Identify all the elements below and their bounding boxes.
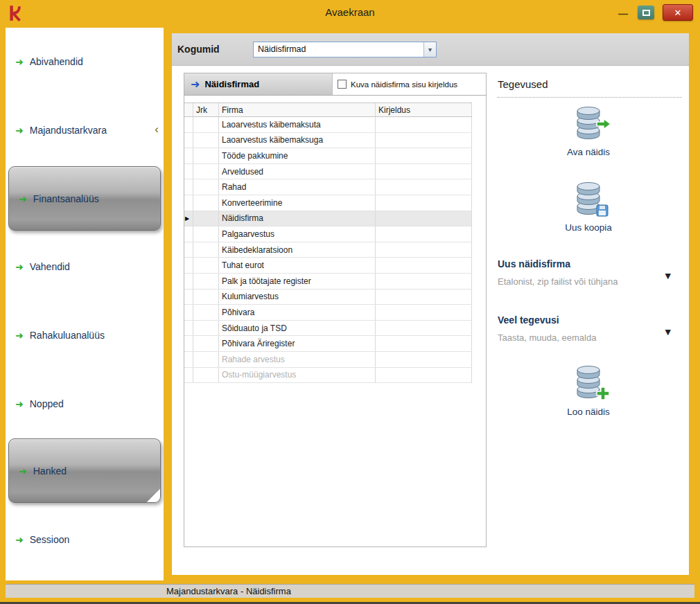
companies-panel: ➜ Näidisfirmad Kuva näidisfirma sisu kir… bbox=[184, 73, 487, 547]
open-sample-button[interactable] bbox=[567, 103, 610, 143]
minimize-button[interactable]: — bbox=[617, 6, 629, 19]
cell-jrk bbox=[193, 274, 219, 289]
table-row[interactable]: Laoarvestus käibemaksuga bbox=[184, 133, 472, 149]
collection-label: Kogumid bbox=[177, 44, 220, 55]
cell-kirjeldus bbox=[376, 242, 472, 258]
maximize-icon bbox=[642, 10, 650, 16]
cell-kirjeldus bbox=[376, 305, 472, 320]
green-arrow-icon: ➜ bbox=[19, 193, 27, 204]
table-row[interactable]: Tööde pakkumine bbox=[184, 148, 472, 164]
show-description-checkbox[interactable] bbox=[338, 80, 347, 89]
cell-jrk bbox=[193, 226, 219, 242]
sidebar-item-label: Rahakuluanalüüs bbox=[30, 330, 105, 341]
table-row[interactable]: Näidisfirma bbox=[184, 211, 472, 227]
sidebar-item-label: Abivahendid bbox=[30, 56, 83, 67]
table-row[interactable]: Rahade arvestus bbox=[184, 352, 472, 368]
table-row[interactable]: Käibedeklaratsioon bbox=[184, 242, 472, 258]
show-description-group: Kuva näidisfirma sisu kirjeldus bbox=[332, 73, 486, 95]
table-row[interactable]: Palk ja töötajate register bbox=[184, 274, 472, 290]
column-header-firma[interactable]: Firma bbox=[219, 103, 376, 116]
cell-kirjeldus bbox=[376, 336, 472, 351]
cell-kirjeldus bbox=[376, 258, 472, 273]
sidebar-item-hanked[interactable]: ➜ Hanked ‹ bbox=[8, 438, 161, 503]
table-row[interactable]: Palgaarvestus bbox=[184, 226, 472, 242]
collapse-chevron-icon: ‹ bbox=[155, 123, 159, 136]
more-actions-subtitle: Taasta, muuda, eemalda bbox=[498, 332, 596, 343]
table-row[interactable]: Laoarvestus käibemaksuta bbox=[184, 117, 472, 133]
green-arrow-icon: ➜ bbox=[19, 465, 27, 477]
row-selector-cell bbox=[184, 195, 193, 211]
more-actions-heading[interactable]: Veel tegevusi bbox=[498, 314, 559, 326]
window-controls: — ✕ bbox=[617, 3, 693, 21]
cell-jrk bbox=[193, 148, 219, 163]
sidebar-item-sessioon[interactable]: ➜ Sessioon ‹ bbox=[6, 529, 164, 550]
column-header-jrk[interactable]: Jrk bbox=[193, 103, 219, 116]
cell-kirjeldus bbox=[376, 148, 472, 163]
cell-jrk bbox=[193, 368, 219, 383]
more-actions-dropdown-icon[interactable]: ▼ bbox=[665, 328, 671, 337]
header-selector-cell bbox=[184, 103, 193, 116]
cell-kirjeldus bbox=[376, 368, 472, 383]
collection-select[interactable]: Näidisfirmad ▾ bbox=[253, 42, 437, 57]
cell-firma: Palk ja töötajate register bbox=[219, 274, 376, 289]
cell-kirjeldus bbox=[376, 195, 472, 211]
cell-jrk bbox=[193, 164, 219, 179]
panel-arrow-icon: ➜ bbox=[191, 78, 200, 91]
new-copy-button[interactable] bbox=[567, 178, 610, 218]
table-row[interactable]: Sõiduauto ja TSD bbox=[184, 321, 472, 337]
collection-bar: Kogumid Näidisfirmad ▾ bbox=[172, 33, 689, 66]
cell-firma: Näidisfirma bbox=[219, 211, 376, 226]
cell-firma: Käibedeklaratsioon bbox=[219, 242, 376, 258]
sidebar-item-vahendid[interactable]: ➜ Vahendid ‹ bbox=[6, 256, 164, 277]
table-row[interactable]: Arveldused bbox=[184, 164, 472, 180]
sidebar-item-abivahendid[interactable]: ➜ Abivahendid ‹ bbox=[6, 51, 164, 72]
new-company-heading[interactable]: Uus näidisfirma bbox=[498, 258, 570, 269]
cell-kirjeldus bbox=[376, 117, 472, 132]
column-header-kirjeldus[interactable]: Kirjeldus bbox=[376, 103, 472, 116]
table-row[interactable]: Konverteerimine bbox=[184, 195, 472, 211]
maximize-button[interactable] bbox=[638, 6, 654, 19]
table-row[interactable]: Põhivara bbox=[184, 305, 472, 321]
app-window: Avaekraan — ✕ ➜ Abivahendid ‹ ➜ Majandus… bbox=[0, 0, 700, 604]
green-arrow-icon: ➜ bbox=[15, 534, 24, 545]
table-row[interactable]: Põhivara Äriregister bbox=[184, 336, 472, 352]
cell-kirjeldus bbox=[376, 211, 472, 226]
new-company-dropdown-icon[interactable]: ▼ bbox=[665, 272, 671, 281]
table-row[interactable]: Rahad bbox=[184, 179, 472, 195]
sidebar-item-rahakuluanalüüs[interactable]: ➜ Rahakuluanalüüs ‹ bbox=[6, 325, 164, 346]
cell-kirjeldus bbox=[376, 226, 472, 242]
cell-kirjeldus bbox=[376, 321, 472, 336]
cell-kirjeldus bbox=[376, 352, 472, 367]
create-sample-label: Loo näidis bbox=[488, 407, 689, 417]
sidebar-item-label: Nopped bbox=[30, 398, 64, 409]
sidebar-item-majandustarkvara[interactable]: ➜ Majandustarkvara ‹ bbox=[6, 97, 164, 163]
row-selector-cell bbox=[184, 368, 193, 383]
combo-dropdown-icon[interactable]: ▾ bbox=[423, 42, 436, 57]
table-row[interactable]: Ostu-müügiarvestus bbox=[184, 368, 472, 384]
green-arrow-overlay-icon bbox=[596, 118, 611, 130]
close-button[interactable]: ✕ bbox=[663, 4, 693, 21]
sidebar-item-label: Sessioon bbox=[30, 534, 70, 545]
sidebar-item-nopped[interactable]: ➜ Nopped ‹ bbox=[6, 393, 164, 414]
cell-kirjeldus bbox=[376, 164, 472, 179]
cell-firma: Ostu-müügiarvestus bbox=[219, 368, 376, 383]
cell-jrk bbox=[193, 352, 219, 367]
table-row[interactable]: Tuhat eurot bbox=[184, 258, 472, 274]
cell-firma: Rahad bbox=[219, 179, 376, 195]
table-body: Laoarvestus käibemaksuta Laoarvestus käi… bbox=[184, 117, 472, 383]
sidebar-item-label: Finantsanalüüs bbox=[33, 193, 99, 204]
sidebar-item-finantsanalüüs[interactable]: ➜ Finantsanalüüs ‹ bbox=[8, 166, 161, 231]
row-selector-cell bbox=[184, 133, 193, 148]
companies-table: Jrk Firma Kirjeldus Laoarvestus käibemak… bbox=[184, 103, 472, 383]
green-arrow-icon: ➜ bbox=[15, 398, 24, 409]
row-selector-cell bbox=[184, 336, 193, 351]
new-company-subtitle: Etalonist, zip failist või tühjana bbox=[498, 276, 618, 287]
cell-firma: Tööde pakkumine bbox=[219, 148, 376, 163]
panel-title: Näidisfirmad bbox=[204, 79, 259, 89]
table-row[interactable]: Kulumiarvestus bbox=[184, 290, 472, 305]
cell-firma: Põhivara bbox=[219, 305, 376, 320]
green-arrow-icon: ➜ bbox=[15, 125, 24, 136]
green-arrow-icon: ➜ bbox=[15, 56, 24, 67]
green-arrow-icon: ➜ bbox=[15, 330, 24, 341]
create-sample-button[interactable] bbox=[567, 362, 610, 402]
